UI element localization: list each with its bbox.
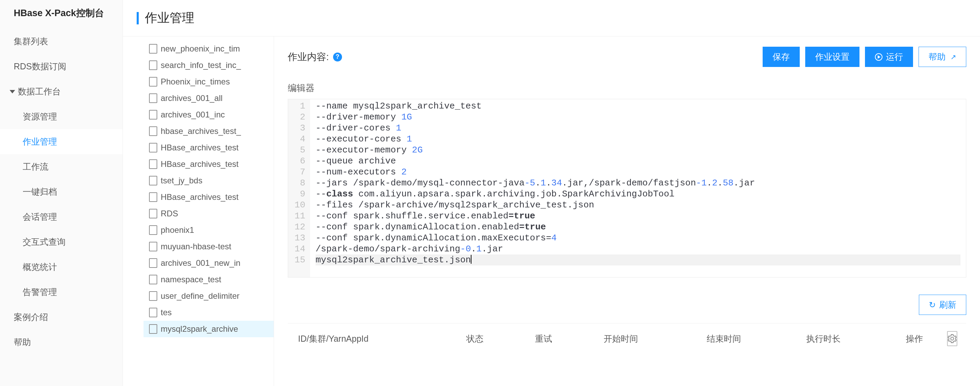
code-line[interactable]: --conf spark.shuffle.service.enabled=tru… [315, 211, 961, 221]
file-icon [149, 275, 157, 284]
file-icon [149, 242, 157, 251]
code-editor[interactable]: 123456789101112131415 --name mysql2spark… [288, 99, 966, 278]
tree-item[interactable]: HBase_archives_test [143, 189, 274, 205]
tree-item[interactable]: RDS [143, 205, 274, 222]
file-icon [149, 308, 157, 317]
tree-item-label: mysql2spark_archive [161, 324, 238, 334]
help-button-label: 帮助 [929, 51, 946, 62]
code-line[interactable]: --conf spark.dynamicAllocation.enabled=t… [315, 221, 961, 232]
code-line[interactable]: --executor-cores 1 [315, 133, 961, 145]
tree-item[interactable]: namespace_test [143, 271, 274, 288]
code-line[interactable]: --jars /spark-demo/mysql-connector-java-… [315, 178, 961, 189]
file-icon [149, 77, 157, 87]
job-settings-button[interactable]: 作业设置 [805, 47, 859, 67]
code-line[interactable]: --driver-memory 1G [315, 111, 961, 122]
th-end[interactable]: 结束时间 [707, 333, 806, 345]
tree-item[interactable]: archives_001_inc [143, 106, 274, 123]
tree-item[interactable]: HBase_archives_test [143, 140, 274, 156]
editor-gutter: 123456789101112131415 [288, 99, 310, 277]
tree-item-label: search_info_test_inc_ [161, 60, 241, 70]
tree-item[interactable]: archives_001_new_in [143, 255, 274, 271]
nav-job-mgmt[interactable]: 作业管理 [0, 129, 123, 154]
tree-item[interactable]: HBase_archives_test [143, 156, 274, 172]
nav-overview-stats[interactable]: 概览统计 [0, 254, 123, 280]
th-state[interactable]: 状态 [466, 333, 535, 345]
th-start[interactable]: 开始时间 [604, 333, 707, 345]
tree-item-label: tes [161, 308, 172, 317]
file-icon [149, 94, 157, 103]
tree-item[interactable]: mysql2spark_archive [143, 321, 274, 337]
run-button-label: 运行 [886, 51, 903, 62]
nav-data-workbench[interactable]: 数据工作台 [0, 79, 123, 104]
tree-item-label: RDS [161, 209, 178, 218]
run-history-table-header: ID/集群/YarnAppId 状态 重试 开始时间 结束时间 执行时长 操作 [288, 323, 966, 354]
th-ops[interactable]: 操作 [906, 333, 947, 345]
tree-item-label: user_define_delimiter [161, 291, 239, 301]
code-line[interactable]: mysql2spark_archive_test.json [315, 254, 961, 265]
file-icon [149, 126, 157, 136]
refresh-button[interactable]: 刷新 [919, 295, 966, 315]
save-button[interactable]: 保存 [763, 47, 800, 67]
tree-item[interactable]: Phoenix_inc_times [143, 73, 274, 90]
table-settings-button[interactable] [947, 331, 957, 346]
nav-resource-mgmt[interactable]: 资源管理 [0, 104, 123, 129]
tree-item-label: archives_001_inc [161, 110, 225, 119]
tree-item-label: phoenix1 [161, 225, 194, 235]
th-duration[interactable]: 执行时长 [806, 333, 906, 345]
editor-code[interactable]: --name mysql2spark_archive_test--driver-… [310, 99, 966, 277]
gear-icon [948, 334, 957, 343]
help-button[interactable]: 帮助 [918, 47, 966, 67]
tree-item[interactable]: tes [143, 304, 274, 321]
nav-cluster-list[interactable]: 集群列表 [0, 29, 123, 54]
code-line[interactable]: --files /spark-archive/mysql2spark_archi… [315, 200, 961, 211]
tree-item-label: tset_jy_bds [161, 176, 202, 186]
job-tree: new_phoenix_inc_timsearch_info_test_inc_… [143, 37, 274, 386]
file-icon [149, 176, 157, 186]
code-line[interactable]: /spark-demo/spark-archiving-0.1.jar [315, 243, 961, 254]
nav-cases[interactable]: 案例介绍 [0, 305, 123, 330]
code-line[interactable]: --name mysql2spark_archive_test [315, 101, 961, 111]
nav-workflow[interactable]: 工作流 [0, 154, 123, 179]
nav-rds-subscribe[interactable]: RDS数据订阅 [0, 54, 123, 79]
code-line[interactable]: --queue archive [315, 156, 961, 167]
file-icon [149, 291, 157, 301]
tree-item[interactable]: user_define_delimiter [143, 288, 274, 304]
tree-item-label: HBase_archives_test [161, 143, 239, 152]
toolbar: 作业内容: ? 保存 作业设置 运行 帮助 [288, 47, 966, 67]
caret-down-icon [10, 90, 15, 94]
file-icon [149, 192, 157, 202]
code-line[interactable]: --driver-cores 1 [315, 122, 961, 133]
file-icon [149, 110, 157, 119]
file-icon [149, 258, 157, 268]
code-line[interactable]: --executor-memory 2G [315, 145, 961, 156]
editor-title: 编辑器 [288, 77, 966, 99]
code-line[interactable]: --num-executors 2 [315, 167, 961, 178]
tree-item[interactable]: new_phoenix_inc_tim [143, 41, 274, 57]
file-icon [149, 225, 157, 235]
nav-session-mgmt[interactable]: 会话管理 [0, 204, 123, 229]
page-header: 作业管理 [123, 0, 980, 37]
tree-item-label: HBase_archives_test [161, 192, 239, 202]
nav-interactive-query[interactable]: 交互式查询 [0, 229, 123, 254]
refresh-button-label: 刷新 [939, 299, 956, 310]
file-icon [149, 44, 157, 54]
tree-item[interactable]: muyuan-hbase-test [143, 238, 274, 255]
th-id[interactable]: ID/集群/YarnAppId [298, 333, 466, 345]
run-button[interactable]: 运行 [865, 47, 913, 67]
file-icon [149, 60, 157, 70]
code-line[interactable]: --class com.aliyun.apsara.spark.archivin… [315, 189, 961, 200]
tree-item[interactable]: phoenix1 [143, 222, 274, 238]
code-line[interactable]: --conf spark.dynamicAllocation.maxExecut… [315, 232, 961, 243]
tree-item[interactable]: tset_jy_bds [143, 172, 274, 189]
nav-alert-mgmt[interactable]: 告警管理 [0, 280, 123, 305]
tree-item-label: HBase_archives_test [161, 159, 239, 169]
nav-help[interactable]: 帮助 [0, 330, 123, 355]
info-icon[interactable]: ? [333, 52, 342, 62]
file-icon [149, 209, 157, 218]
tree-item[interactable]: hbase_archives_test_ [143, 123, 274, 140]
tree-item[interactable]: archives_001_all [143, 90, 274, 106]
th-retry[interactable]: 重试 [535, 333, 604, 345]
page-title: 作业管理 [145, 10, 194, 27]
tree-item[interactable]: search_info_test_inc_ [143, 57, 274, 73]
nav-archive[interactable]: 一键归档 [0, 179, 123, 204]
